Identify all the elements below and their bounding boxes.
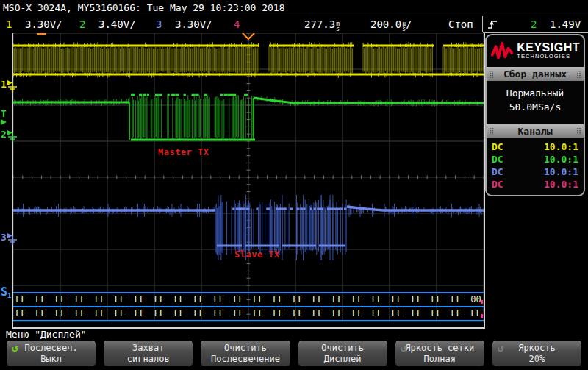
ch2-baseline-right: [254, 98, 484, 103]
waveform-display: Master TX Slave TX FFFFFFFFFFFFFFFFFFFFF…: [12, 33, 485, 329]
bus-marker-sub: 1: [7, 292, 11, 299]
brand-subtitle: TECHNOLOGIES: [517, 53, 570, 60]
channel-row-2: DC10.0:1: [487, 153, 584, 166]
timebase-value: 200.0: [370, 18, 401, 30]
grip-icon: ⣿: [576, 67, 581, 81]
decode-byte: FF: [392, 307, 402, 319]
decode-row-2: FFFFFFFFFFFFFFFFFFFFFFFFFFFFFFFFFFFFFFFF…: [13, 307, 484, 319]
decode-byte: FF: [15, 293, 26, 305]
ch1-scale[interactable]: 3.30V/: [25, 16, 62, 33]
decode-byte: FF: [115, 307, 125, 319]
softkey-menu: ↺ Послесвеч.Выкл Захватсигналов Очистить…: [0, 341, 588, 366]
keysight-spark-icon: [491, 40, 513, 62]
softkey-clear-persistence[interactable]: ОчиститьПослесвечение: [201, 341, 290, 366]
decode-cursor: [481, 314, 483, 318]
decode-byte: FF: [293, 307, 303, 319]
decode-byte: FF: [431, 293, 441, 305]
rotate-knob-icon: ↺: [12, 343, 18, 354]
decode-byte: 00: [470, 293, 481, 305]
run-state[interactable]: Стоп: [448, 16, 473, 33]
decode-byte: FF: [253, 293, 263, 305]
ground-icon: [7, 232, 18, 245]
ch2-ground-marker[interactable]: 2: [1, 129, 18, 142]
channel-row-3: DC10.0:1: [487, 166, 584, 178]
trigger-level-marker[interactable]: T: [1, 109, 7, 125]
ch1-trace-fill: [13, 46, 483, 74]
arrow-right-icon: [1, 119, 7, 125]
ch3-marker-label: 3: [1, 232, 7, 243]
serial-decode-bus: FFFFFFFFFFFFFFFFFFFFFFFFFFFFFFFFFFFFFFFF…: [13, 292, 484, 322]
trigger-level[interactable]: 1.49V: [550, 16, 581, 33]
decode-byte: FF: [293, 293, 303, 305]
ch2-marker-label: 2: [1, 129, 7, 140]
decode-byte: FF: [75, 293, 85, 305]
decode-byte: FF: [253, 307, 263, 319]
decode-byte: FF: [273, 293, 283, 305]
decode-byte: FF: [352, 293, 362, 305]
decode-byte: FF: [15, 307, 26, 319]
decode-byte: FF: [332, 307, 343, 319]
trigger-source[interactable]: 2: [531, 16, 537, 33]
ch4-number[interactable]: 4: [234, 16, 240, 33]
status-bar: 1 3.30V/ 2 3.40V/ 3 3.30V/ 4 277.3ms 200…: [0, 16, 588, 33]
decode-byte: FF: [451, 307, 461, 319]
decode-byte: FF: [451, 293, 461, 305]
decode-byte: FF: [135, 307, 145, 319]
decode-byte: FF: [372, 307, 382, 319]
decode-byte: FF: [193, 293, 204, 305]
decode-byte: FF: [135, 293, 145, 305]
slave-tx-label: Slave TX: [234, 249, 280, 260]
decode-byte: FF: [312, 293, 323, 305]
decode-byte: FF: [173, 293, 184, 305]
sample-rate: 50.0MSa/s: [487, 100, 584, 114]
ch2-number[interactable]: 2: [79, 16, 85, 33]
acquisition-header[interactable]: ⣿ Сбор данных ⣿: [487, 67, 584, 81]
timebase-readout[interactable]: 200.0µs/: [370, 16, 412, 33]
decode-byte: FF: [411, 293, 421, 305]
softkey-persistence[interactable]: ↺ Послесвеч.Выкл: [7, 341, 96, 366]
decode-byte: FF: [154, 307, 164, 319]
trigger-section-divider: [482, 16, 483, 32]
rotate-knob-icon: ↺: [401, 343, 406, 354]
rotate-knob-icon: ↺: [498, 343, 503, 354]
decode-byte: FF: [431, 307, 441, 319]
channels-header[interactable]: ⣿ Каналы ⣿: [487, 124, 584, 138]
decode-byte: FF: [95, 307, 105, 319]
trigger-section-underline: [483, 32, 588, 33]
decode-byte: FF: [273, 307, 283, 319]
ch3-number[interactable]: 3: [156, 16, 162, 33]
softkey-brightness[interactable]: ↺ Яркость20%: [492, 341, 581, 366]
decode-byte: FF: [55, 293, 65, 305]
softkey-capture-signals[interactable]: Захватсигналов: [104, 341, 193, 366]
ch1-ground-marker[interactable]: 1: [1, 79, 18, 92]
ch2-scale[interactable]: 3.40V/: [98, 16, 136, 33]
time-position-readout[interactable]: 277.3ms: [304, 16, 340, 33]
decode-byte: FF: [95, 293, 105, 305]
time-position-value: 277.3: [304, 18, 335, 30]
acquisition-mode: Нормальный: [487, 86, 584, 100]
decode-row-1: FFFFFFFFFFFFFFFFFFFFFFFFFFFFFFFFFFFFFFFF…: [13, 293, 484, 305]
decode-byte: FF: [470, 307, 481, 319]
channel-list: DC10.0:1 DC10.0:1 DC10.0:1 DC10.0:1: [487, 138, 584, 195]
ch3-ground-marker[interactable]: 3: [1, 232, 18, 245]
decode-byte: FF: [115, 293, 125, 305]
ground-icon: [7, 129, 18, 142]
ch3-scale[interactable]: 3.30V/: [175, 16, 212, 33]
waveform-canvas: [13, 33, 484, 327]
decode-byte: FF: [75, 307, 85, 319]
decode-byte: FF: [193, 307, 204, 319]
softkey-clear-display[interactable]: ОчиститьДисплей: [298, 341, 387, 366]
grip-icon: ⣿: [489, 124, 494, 138]
decode-byte: FF: [35, 293, 46, 305]
time-position-unit: ms: [336, 21, 340, 32]
decode-byte: FF: [352, 307, 362, 319]
brand-name: KEYSIGHT: [517, 42, 580, 53]
channel-row-4: DC10.0:1: [487, 178, 584, 191]
trigger-marker-label: T: [1, 109, 7, 119]
ch1-number[interactable]: 1: [6, 16, 12, 33]
decode-byte: FF: [35, 307, 46, 319]
decode-byte: FF: [411, 307, 421, 319]
decode-byte: FF: [233, 293, 243, 305]
softkey-grid-brightness[interactable]: ↺ Яркость сеткиПолная: [395, 341, 484, 366]
serial-bus-marker[interactable]: S 1: [1, 287, 11, 299]
